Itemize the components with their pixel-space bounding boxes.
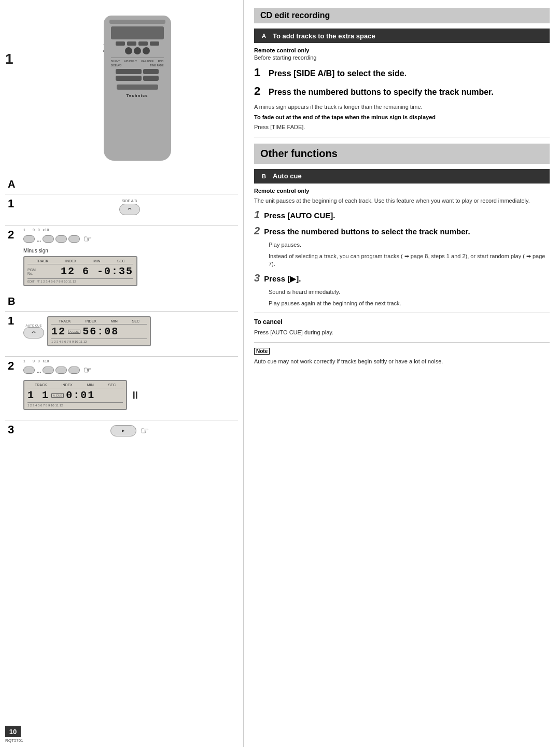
play-pauses-again-text: Play pauses again at the beginning of th…	[269, 300, 550, 307]
auto-cue-button	[23, 327, 44, 339]
bold-note-title: To fade out at the end of the tape when …	[254, 114, 550, 120]
pause-icon: ⏸	[130, 389, 141, 401]
play-button: ▶	[110, 425, 136, 436]
section-a-header: A To add tracks to the extra space	[254, 29, 550, 43]
auto-cue-desc: The unit pauses at the beginning of each…	[254, 197, 550, 205]
cancel-divider	[254, 313, 550, 313]
note1-text: A minus sign appears if the track is lon…	[254, 103, 550, 111]
step-b3: 3 ▶ ☞	[5, 420, 238, 441]
right-step-2: 2 Press the numbered buttons to specify …	[254, 84, 550, 98]
note-divider	[254, 342, 550, 343]
display-screen-b1: TRACK INDEX MIN SEC 12 A.CUE 56:08	[47, 316, 151, 346]
step-b2-number: 2	[8, 359, 23, 373]
note-label: Note	[254, 348, 270, 355]
sub-step-1: 1 Press [AUTO CUE].	[254, 209, 550, 221]
sub-step1-text: Press [AUTO CUE].	[264, 210, 335, 221]
hand-icon-b3: ☞	[141, 425, 149, 436]
right-panel: CD edit recording A To add tracks to the…	[244, 0, 560, 747]
label-1-left: 1	[5, 51, 13, 67]
sub-step-2: 2 Press the numbered buttons to select t…	[254, 225, 550, 237]
side-ab-label: SIDE A/B	[122, 199, 137, 203]
sub-step1-num: 1	[254, 209, 260, 221]
right-step2-num: 2	[254, 84, 264, 98]
display-screen-a: TRACK INDEX MIN SEC PGM No. 12 6 -0:35 E	[23, 256, 137, 286]
sub-step2-text: Press the numbered buttons to select the…	[264, 227, 470, 237]
section-b-label: B	[8, 295, 238, 307]
section-b-badge: B	[259, 172, 269, 181]
right-step-1: 1 Press [SIDE A/B] to select the side.	[254, 66, 550, 79]
step-b2: 2 1 9 0 ≥10 ... ☞	[5, 356, 238, 415]
minus-sign-label: Minus sign	[23, 248, 48, 253]
model-number: RQT5701	[5, 738, 23, 743]
hand-icon-b2: ☞	[83, 364, 92, 376]
section-a-badge: A	[259, 31, 269, 40]
other-functions-header: Other functions	[254, 144, 550, 164]
remote-only-label-1: Remote control only	[254, 47, 550, 53]
sub-step2-num: 2	[254, 225, 260, 237]
right-step2-text: Press the numbered buttons to specify th…	[269, 87, 494, 98]
play-pauses-text: Play pauses.	[269, 241, 550, 249]
step-a1-number: 1	[8, 197, 23, 210]
step-a2: 2 1 9 0 ≥10 ... ☞ Minus sign	[5, 225, 238, 291]
remote-illustration: SILENTA/B/INPUTKARAOKERND SIDE A/BTIME F…	[104, 16, 171, 161]
right-step1-num: 1	[254, 66, 264, 79]
sub-step-3: 3 Press [▶].	[254, 272, 550, 284]
hand-icon-a2: ☞	[83, 233, 92, 245]
section-divider	[254, 137, 550, 137]
right-step1-text: Press [SIDE A/B] to select the side.	[269, 68, 407, 79]
page-number: 10	[5, 726, 21, 737]
cd-edit-header: CD edit recording	[254, 8, 550, 23]
sub-step3-num: 3	[254, 272, 260, 284]
note-body: Auto cue may not work correctly if track…	[254, 358, 550, 365]
step-b3-number: 3	[8, 423, 23, 436]
step-a1: 1 SIDE A/B	[5, 194, 238, 220]
instead-text: Instead of selecting a track, you can pr…	[269, 252, 550, 269]
display-screen-b2: TRACK INDEX MIN SEC 1 1 A.CUE 0:01	[23, 380, 127, 410]
step-a2-number: 2	[8, 228, 23, 242]
sub-step3-text: Press [▶].	[264, 274, 301, 284]
section-a-label: A	[8, 178, 238, 190]
sound-heard-text: Sound is heard immediately.	[269, 288, 550, 296]
step-b1: 1 AUTO CUE TRACK INDEX MIN SEC	[5, 311, 238, 351]
remote-only-label-2: Remote control only	[254, 188, 550, 194]
section-a-title: To add tracks to the extra space	[273, 32, 375, 40]
section-b-header: B Auto cue	[254, 169, 550, 184]
step-b1-number: 1	[8, 314, 23, 328]
side-ab-button	[119, 204, 140, 215]
brand-logo: Technics	[126, 93, 148, 98]
before-recording-text: Before starting recording	[254, 54, 550, 61]
bold-note-body: Press [TIME FADE].	[254, 123, 550, 131]
section-b-title: Auto cue	[273, 172, 302, 180]
to-cancel-title: To cancel	[254, 318, 550, 326]
to-cancel-body: Press [AUTO CUE] during play.	[254, 329, 550, 336]
